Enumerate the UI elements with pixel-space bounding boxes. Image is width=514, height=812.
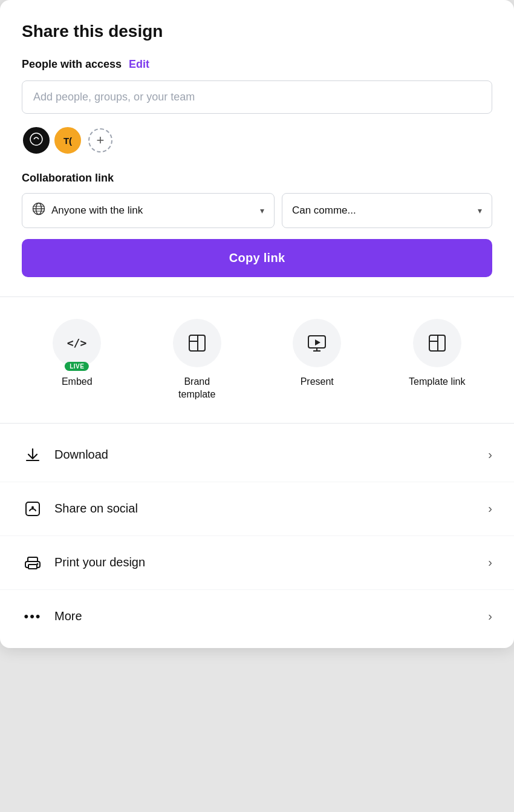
avatar-1[interactable] [22,126,51,155]
option-present[interactable]: Present [262,319,372,401]
share-panel: Share this design People with access Edi… [0,0,514,648]
option-template-link[interactable]: Template link [382,319,493,401]
menu-item-more[interactable]: ••• More › [0,590,514,643]
search-wrapper [22,80,492,114]
panel-title: Share this design [22,22,492,41]
present-label: Present [301,376,334,388]
search-input[interactable] [22,80,492,114]
edit-link[interactable]: Edit [129,58,149,71]
download-label: Download [54,448,477,462]
present-icon [307,333,327,353]
menu-item-download[interactable]: Download › [0,428,514,482]
embed-icon: </> [67,333,87,353]
people-access-row: People with access Edit [22,58,492,71]
present-icon-circle [293,319,341,367]
svg-point-22 [37,563,39,565]
print-chevron-icon: › [488,555,492,569]
template-link-label: Template link [409,376,465,388]
copy-link-button[interactable]: Copy link [22,239,492,277]
template-link-icon [427,333,447,353]
access-dropdown-text: Anyone with the link [51,205,254,217]
print-label: Print your design [54,555,477,569]
plus-icon: + [97,133,105,148]
dots-icon: ••• [24,609,41,624]
embed-icon-circle: </> LIVE [53,319,101,367]
brand-template-label: Brandtemplate [178,376,215,401]
link-controls-row: Anyone with the link ▾ Can comme... ▾ [22,193,492,228]
more-icon: ••• [22,606,44,627]
menu-item-share-social[interactable]: Share on social › [0,482,514,536]
share-social-label: Share on social [54,502,477,516]
access-dropdown[interactable]: Anyone with the link ▾ [22,193,275,228]
svg-rect-21 [28,565,37,569]
share-social-chevron-icon: › [488,502,492,516]
svg-text:</>: </> [67,336,87,349]
option-brand-template[interactable]: Brandtemplate [142,319,253,401]
brand-template-icon [187,333,207,353]
middle-section: </> LIVE Embed Brandtemplate [0,296,514,423]
options-grid: </> LIVE Embed Brandtemplate [22,319,492,401]
people-access-label: People with access [22,58,122,71]
avatars-row: T( + [22,126,492,155]
permission-dropdown[interactable]: Can comme... ▾ [282,193,492,228]
avatar-2[interactable]: T( [53,126,82,155]
permission-chevron-icon: ▾ [478,206,482,215]
share-social-icon [22,498,44,520]
embed-label: Embed [62,376,93,388]
download-icon [22,444,44,466]
print-icon [22,552,44,574]
globe-icon [32,202,45,219]
access-chevron-icon: ▾ [260,206,264,215]
svg-marker-11 [315,339,320,345]
top-section: Share this design People with access Edi… [0,0,514,296]
template-link-icon-circle [413,319,461,367]
avatar-2-initials: T( [63,136,72,146]
bottom-section: Download › Share on social › [0,423,514,648]
add-avatar-button[interactable]: + [88,128,112,152]
download-chevron-icon: › [488,448,492,462]
option-embed[interactable]: </> LIVE Embed [22,319,132,401]
more-label: More [54,609,477,623]
svg-point-0 [30,133,42,145]
brand-template-icon-circle [173,319,221,367]
live-badge: LIVE [65,362,89,371]
svg-point-19 [31,506,34,508]
menu-item-print[interactable]: Print your design › [0,536,514,590]
permission-dropdown-text: Can comme... [292,205,472,217]
avatar-icon [30,133,43,148]
more-chevron-icon: › [488,609,492,623]
collab-link-label: Collaboration link [22,172,492,185]
